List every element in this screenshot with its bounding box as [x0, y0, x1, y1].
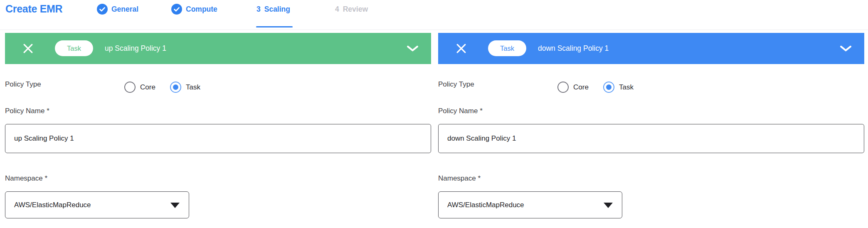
radio-option-core[interactable]: Core — [557, 82, 589, 93]
panel-title: up Scaling Policy 1 — [105, 33, 166, 64]
policy-name-input[interactable] — [5, 124, 431, 153]
scale-up-panel-header[interactable]: Task up Scaling Policy 1 — [5, 33, 431, 64]
step-review-label: Review — [343, 4, 368, 15]
policy-type-label: Policy Type — [438, 80, 474, 89]
scale-down-panel-header[interactable]: Task down Scaling Policy 1 — [438, 33, 864, 64]
radio-selected-icon[interactable] — [603, 82, 614, 93]
radio-selected-icon[interactable] — [170, 82, 181, 93]
radio-unselected-icon[interactable] — [557, 82, 569, 93]
panel-title: down Scaling Policy 1 — [538, 33, 609, 64]
scale-up-policy-panel: Task up Scaling Policy 1 Policy Type Cor… — [5, 33, 431, 222]
step-review-number: 4 — [335, 4, 339, 15]
step-review[interactable]: 4 Review — [335, 4, 368, 15]
dropdown-caret-icon — [604, 203, 613, 208]
check-circle-icon — [171, 4, 182, 15]
dropdown-caret-icon — [170, 203, 180, 208]
policy-name-label: Policy Name * — [5, 107, 49, 115]
step-general[interactable]: General — [97, 4, 138, 15]
close-icon[interactable] — [456, 43, 467, 54]
page-title: Create EMR — [5, 3, 62, 15]
policy-kind-badge: Task — [488, 40, 526, 56]
step-scaling-label: Scaling — [264, 4, 290, 15]
step-general-label: General — [111, 4, 138, 15]
step-scaling-number: 3 — [256, 4, 261, 15]
policy-name-input[interactable] — [438, 124, 864, 153]
namespace-selected-value: AWS/ElasticMapReduce — [447, 201, 524, 209]
radio-unselected-icon[interactable] — [124, 82, 136, 93]
header-divider — [0, 30, 868, 30]
radio-core-label: Core — [573, 83, 589, 92]
namespace-select[interactable]: AWS/ElasticMapReduce — [5, 191, 189, 218]
active-step-underline — [256, 26, 293, 27]
step-compute-label: Compute — [186, 4, 217, 15]
radio-task-label: Task — [186, 83, 200, 92]
policy-kind-badge: Task — [55, 40, 93, 56]
namespace-label: Namespace * — [5, 174, 47, 183]
policy-type-label: Policy Type — [5, 80, 41, 89]
scale-down-policy-panel: Task down Scaling Policy 1 Policy Type C… — [438, 33, 864, 222]
check-circle-icon — [97, 4, 108, 15]
namespace-selected-value: AWS/ElasticMapReduce — [14, 201, 91, 209]
radio-core-label: Core — [140, 83, 155, 92]
radio-option-task[interactable]: Task — [170, 82, 200, 93]
chevron-down-icon[interactable] — [840, 45, 852, 52]
policy-name-label: Policy Name * — [438, 107, 483, 115]
wizard-header: Create EMR General Compute 3 Scaling 4 R… — [0, 0, 868, 30]
radio-task-label: Task — [619, 83, 634, 92]
namespace-select[interactable]: AWS/ElasticMapReduce — [438, 191, 622, 218]
radio-option-task[interactable]: Task — [603, 82, 634, 93]
step-compute[interactable]: Compute — [171, 4, 217, 15]
namespace-label: Namespace * — [438, 174, 481, 183]
chevron-down-icon[interactable] — [407, 45, 419, 52]
close-icon[interactable] — [22, 43, 34, 54]
radio-option-core[interactable]: Core — [124, 82, 155, 93]
step-scaling[interactable]: 3 Scaling — [256, 4, 290, 15]
